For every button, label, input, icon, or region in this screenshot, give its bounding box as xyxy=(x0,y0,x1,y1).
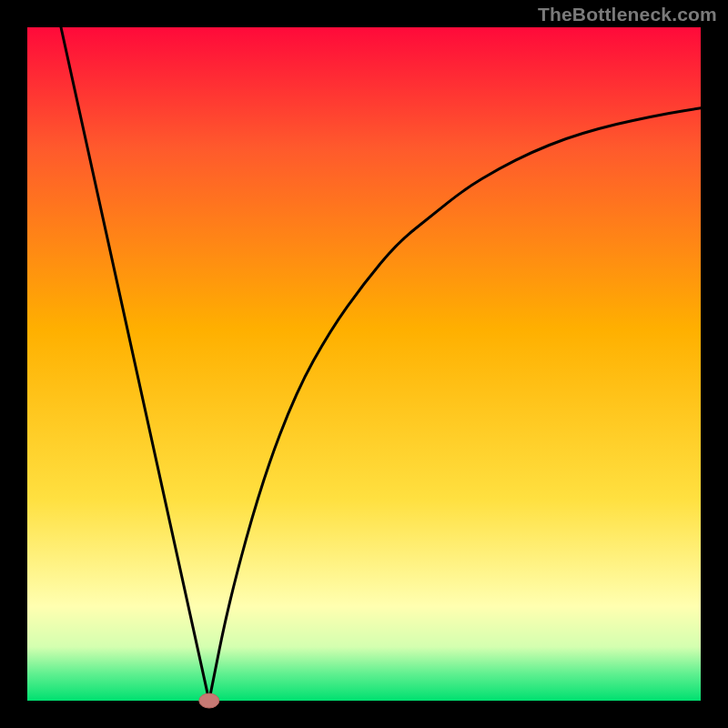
chart-frame: TheBottleneck.com xyxy=(0,0,728,728)
optimal-point-marker xyxy=(199,693,219,708)
bottleneck-chart xyxy=(0,0,728,728)
